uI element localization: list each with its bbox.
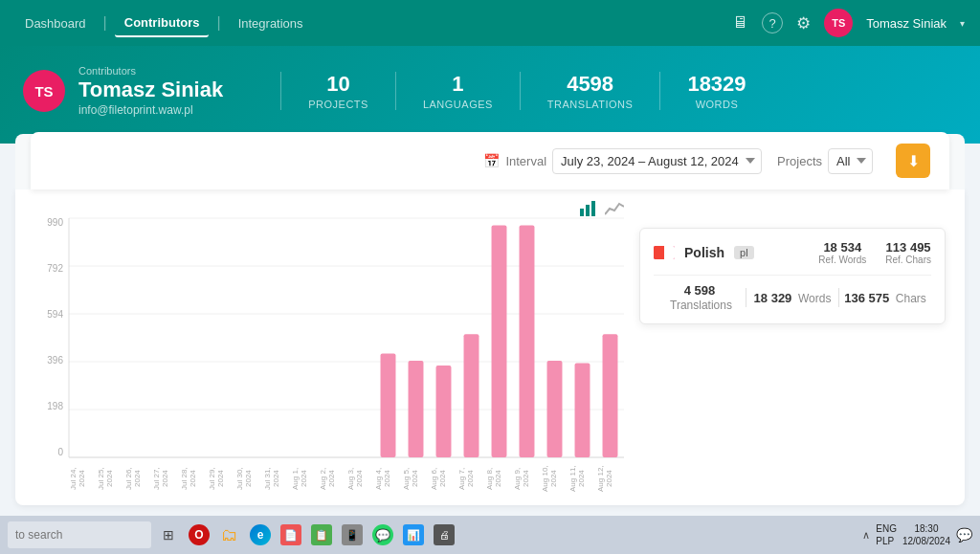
x-label: Aug 6, 2024: [430, 461, 457, 496]
x-label: Jul 27, 2024: [152, 461, 180, 496]
nav-divider-2: |: [216, 14, 220, 32]
calendar-icon: 📅: [483, 153, 500, 168]
stat-translations: 4598TRANSLATIONS: [520, 72, 660, 110]
chars-number: 136 575: [844, 291, 889, 305]
ref-stats: 18 534 Ref. Words 113 495 Ref. Chars: [818, 240, 931, 265]
y-label: 0: [34, 448, 67, 457]
user-name[interactable]: Tomasz Siniak: [866, 16, 947, 31]
interval-label: Interval: [505, 154, 546, 168]
svg-rect-11: [381, 354, 396, 458]
nav-left: Dashboard | Contributors | Integrations: [15, 10, 313, 37]
x-label: Aug 5, 2024: [402, 461, 430, 496]
chars-stat: 136 575 Chars: [839, 291, 931, 305]
svg-rect-16: [520, 226, 535, 457]
ref-chars-stat: 113 495 Ref. Chars: [885, 240, 931, 265]
x-label: Jul 26, 2024: [124, 461, 152, 496]
info-box: Polish pl 18 534 Ref. Words 113 495 Ref.…: [639, 228, 946, 324]
stat-words: 18329WORDS: [659, 72, 772, 110]
x-label: Aug 4, 2024: [374, 461, 402, 496]
chars-label: Chars: [896, 292, 926, 305]
projects-label: Projects: [777, 154, 822, 168]
nav-right: 🖥 ? ⚙ TS Tomasz Siniak ▾: [732, 9, 965, 37]
projects-select[interactable]: All: [828, 148, 873, 174]
words-stat: 18 329 Words: [746, 291, 838, 305]
x-label: Aug 9, 2024: [513, 461, 541, 496]
x-label: Aug 2, 2024: [319, 461, 346, 496]
chart-inner: 0198396594792990 Jul 24, 2024Jul 25, 202…: [34, 209, 946, 496]
stat-projects: 10PROJECTS: [280, 72, 395, 110]
chart-right: Polish pl 18 534 Ref. Words 113 495 Ref.…: [639, 209, 946, 496]
svg-rect-13: [436, 366, 452, 457]
translations-number: 4 598: [684, 283, 716, 298]
words-number: 18 329: [754, 291, 792, 305]
stat-label-languages: LANGUAGES: [423, 99, 493, 110]
svg-rect-18: [575, 364, 590, 457]
language-name: Polish: [684, 245, 724, 260]
stat-number-words: 18329: [687, 72, 746, 97]
info-row: 4 598 Translations 18 329 Words 136 575 …: [654, 275, 931, 312]
filter-projects: Projects All: [777, 148, 873, 174]
ref-chars-number: 113 495: [885, 240, 931, 255]
y-label: 396: [34, 356, 67, 366]
x-label: Aug 7, 2024: [457, 461, 485, 496]
info-header: Polish pl 18 534 Ref. Words 113 495 Ref.…: [654, 240, 931, 265]
y-label: 792: [34, 264, 67, 274]
nav-contributors[interactable]: Contributors: [115, 10, 210, 37]
x-label: Jul 30, 2024: [235, 461, 263, 496]
user-menu-chevron[interactable]: ▾: [960, 18, 965, 29]
nav-divider-1: |: [103, 14, 107, 32]
words-label: Words: [798, 292, 831, 305]
y-label: 594: [34, 310, 67, 320]
stat-label-translations: TRANSLATIONS: [547, 99, 634, 110]
stat-number-translations: 4598: [547, 72, 634, 97]
svg-rect-2: [591, 201, 595, 216]
svg-rect-14: [464, 334, 479, 457]
x-label: Aug 1, 2024: [291, 461, 319, 496]
chart-container: 0198396594792990 Jul 24, 2024Jul 25, 202…: [15, 189, 965, 505]
help-icon[interactable]: ?: [762, 12, 783, 33]
nav-integrations[interactable]: Integrations: [229, 11, 313, 36]
x-label: Aug 8, 2024: [485, 461, 513, 496]
profile-stats: 10PROJECTS1LANGUAGES4598TRANSLATIONS1832…: [280, 72, 772, 110]
interval-select[interactable]: July 23, 2024 – August 12, 2024: [552, 148, 762, 174]
svg-rect-0: [580, 209, 584, 216]
x-label: Aug 12, 2024: [596, 461, 624, 496]
stat-label-words: WORDS: [687, 99, 746, 110]
x-label: Aug 3, 2024: [346, 461, 374, 496]
x-label: Jul 28, 2024: [180, 461, 208, 496]
language-code: pl: [734, 246, 754, 259]
profile-left: TS Contributors Tomasz Siniak info@filet…: [23, 65, 223, 117]
top-navigation: Dashboard | Contributors | Integrations …: [0, 0, 980, 46]
profile-breadcrumb: Contributors: [78, 65, 223, 77]
ref-words-stat: 18 534 Ref. Words: [818, 240, 866, 265]
filter-bar: 📅 Interval July 23, 2024 – August 12, 20…: [31, 132, 949, 189]
settings-icon[interactable]: ⚙: [796, 13, 811, 33]
profile-name: Tomasz Siniak: [78, 78, 223, 101]
ref-words-number: 18 534: [818, 240, 866, 255]
stat-number-projects: 10: [308, 72, 368, 97]
x-label: Jul 29, 2024: [208, 461, 235, 496]
profile-avatar: TS: [23, 70, 65, 112]
monitor-icon[interactable]: 🖥: [732, 13, 748, 33]
nav-dashboard[interactable]: Dashboard: [15, 11, 96, 36]
ref-chars-label: Ref. Chars: [885, 255, 931, 265]
stat-number-languages: 1: [423, 72, 493, 97]
svg-rect-1: [586, 205, 590, 216]
user-avatar: TS: [824, 9, 853, 37]
x-label: Jul 25, 2024: [97, 461, 124, 496]
x-label: Aug 11, 2024: [568, 461, 596, 496]
profile-email: info@filetoprint.waw.pl: [78, 103, 223, 117]
profile-header: TS Contributors Tomasz Siniak info@filet…: [0, 46, 980, 144]
ref-words-label: Ref. Words: [818, 255, 866, 265]
svg-rect-19: [603, 334, 618, 457]
profile-info: Contributors Tomasz Siniak info@filetopr…: [78, 65, 223, 117]
translations-label: Translations: [670, 299, 732, 312]
filter-interval: 📅 Interval July 23, 2024 – August 12, 20…: [483, 148, 762, 174]
translations-stat: 4 598 Translations: [654, 283, 746, 312]
download-button[interactable]: ⬇: [896, 144, 930, 178]
svg-rect-17: [547, 361, 563, 457]
svg-rect-12: [409, 361, 424, 457]
chart-left: 0198396594792990 Jul 24, 2024Jul 25, 202…: [34, 209, 624, 496]
x-label: Jul 31, 2024: [263, 461, 291, 496]
x-label: Jul 24, 2024: [69, 461, 97, 496]
